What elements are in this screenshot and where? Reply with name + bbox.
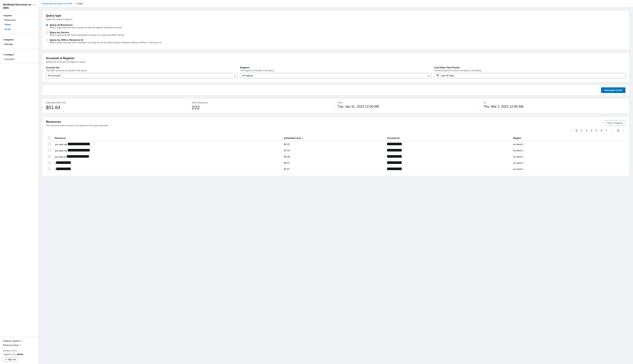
resources-table: Resource Estimated cost ▼ Account Id Reg… [46, 135, 625, 172]
stat-resources: AWS Resources 222 [188, 102, 334, 110]
sidebar-divider-2 [0, 48, 38, 49]
query-type-subtitle: Select the query to perform [46, 18, 625, 21]
table-row: arn:aws:rds: $7.54 eu-west-1 [46, 148, 625, 154]
resource-prefix-4: i- [55, 168, 56, 171]
row-cost-0: $9.22 [282, 141, 385, 148]
add-to-diagram-button[interactable]: Add to diagram [605, 120, 625, 126]
table-row: arn:aws:rds: $9.22 eu-west-1 [46, 141, 625, 148]
sidebar-footer: Feature request ↗ Raise an issue ↗ Versi… [0, 336, 38, 364]
resource-redacted-3 [56, 161, 71, 164]
row-checkbox-0[interactable] [48, 143, 51, 145]
stat-resources-label: AWS Resources [192, 102, 330, 104]
row-region-4: eu-west-1 [511, 166, 625, 172]
sign-out-button[interactable]: ↪ Sign out [3, 357, 18, 362]
row-resource-0: arn:aws:rds: [53, 141, 282, 148]
stat-estimated-cost-label: Estimated AWS cost [46, 102, 184, 104]
row-cost-2: $3.48 [282, 154, 385, 160]
page-button-4[interactable]: 4 [589, 128, 594, 133]
row-checkbox-4[interactable] [48, 168, 51, 170]
sign-out-icon: ↪ [5, 358, 7, 361]
breadcrumb: Workload Discovery on AWS > Costs [39, 0, 633, 7]
row-region-0: eu-west-1 [511, 141, 625, 148]
page-button-2[interactable]: 2 [579, 128, 584, 133]
row-resource-1: arn:aws:rds: [53, 148, 282, 154]
th-select-all[interactable] [46, 135, 53, 141]
page-button-5[interactable]: 5 [594, 128, 599, 133]
stat-to-value: Thu, Mar 2, 2023 12:00 AM [483, 105, 622, 108]
sidebar-item-resources[interactable]: Resources [0, 18, 38, 22]
diagrams-section-label: Diagrams [0, 36, 38, 42]
table-row: i- $2.57 eu-west-1 [46, 166, 625, 172]
account-ids-select-wrapper[interactable]: All accounts ▾ [46, 73, 237, 78]
stats-card: Estimated AWS cost $51.64 AWS Resources … [42, 98, 629, 114]
main-content: Workload Discovery on AWS > Costs Query … [39, 0, 633, 364]
sidebar-item-costs[interactable]: Costs [0, 27, 38, 32]
page-button-1[interactable]: 1 [574, 128, 579, 133]
row-checkbox-3[interactable] [48, 162, 51, 164]
sidebar-item-accounts[interactable]: Accounts [0, 57, 38, 62]
page-button-3[interactable]: 3 [584, 128, 588, 133]
feature-request-link[interactable]: Feature request ↗ [3, 339, 35, 343]
pagination-prev[interactable]: ‹ [570, 128, 574, 133]
close-icon[interactable]: × [34, 3, 35, 6]
breadcrumb-separator: > [74, 2, 75, 5]
cost-period-desc: The time period for which cost data is c… [434, 69, 625, 72]
accounts-regions-title: Accounts & Regions [46, 57, 625, 60]
row-cost-4: $2.57 [282, 166, 385, 172]
resource-redacted-0 [68, 143, 90, 145]
calculate-costs-button[interactable]: Calculate Costs [601, 87, 625, 93]
external-link-icon-1: ↗ [21, 340, 22, 342]
radio-query-all[interactable] [46, 24, 48, 26]
stat-resources-value: 222 [192, 105, 330, 110]
account-redacted-1 [387, 149, 402, 152]
page-button-6[interactable]: 6 [599, 128, 603, 133]
row-checkbox-1[interactable] [48, 149, 51, 152]
sidebar-item-views[interactable]: Views [0, 22, 38, 27]
resources-header: Resources The resources that incurred a … [46, 120, 625, 127]
radio-option-service: Query by Service Build a query that will… [46, 31, 625, 36]
stat-from: From Tue, Jan 31, 2023 12:00 AM [334, 102, 480, 110]
stat-estimated-cost-value: $51.64 [46, 105, 184, 110]
page-button-22[interactable]: 22 [615, 128, 621, 133]
row-checkbox-cell[interactable] [46, 166, 53, 172]
radio-query-service[interactable] [46, 32, 48, 34]
account-redacted-4 [387, 168, 402, 170]
stat-to: To Thu, Mar 2, 2023 12:00 AM [480, 102, 625, 110]
cost-period-input[interactable]: 📅 Last 30 days [434, 73, 625, 78]
th-estimated-cost[interactable]: Estimated cost ▼ [282, 135, 385, 141]
account-redacted-3 [387, 161, 402, 164]
table-row: arn:aws:es: $3.48 eu-west-1 [46, 154, 625, 160]
row-checkbox-2[interactable] [48, 155, 51, 158]
resources-card: Resources The resources that incurred a … [42, 116, 629, 176]
row-checkbox-cell[interactable] [46, 141, 53, 148]
row-account-3 [385, 160, 511, 166]
configure-section-label: Configure [0, 51, 38, 57]
row-region-1: eu-west-1 [511, 148, 625, 154]
action-row: Calculate Costs [42, 85, 629, 96]
row-resource-3: i- [53, 160, 282, 166]
pagination-next[interactable]: › [622, 128, 625, 133]
stat-from-value: Tue, Jan 31, 2023 12:00 AM [338, 105, 476, 108]
radio-all-desc: Build a query that will return resources… [50, 26, 123, 29]
regions-select[interactable]: All regions [240, 73, 431, 78]
row-checkbox-cell[interactable] [46, 154, 53, 160]
resource-redacted-1 [68, 149, 90, 152]
row-checkbox-cell[interactable] [46, 160, 53, 166]
radio-query-arn[interactable] [46, 39, 48, 41]
select-all-checkbox[interactable] [48, 136, 51, 139]
breadcrumb-parent[interactable]: Workload Discovery on AWS [42, 2, 72, 5]
sidebar-divider-3 [0, 64, 38, 64]
regions-select-wrapper[interactable]: All regions ▾ [240, 73, 431, 78]
radio-arn-label: Query by ARN or Resource Id [50, 38, 161, 41]
account-ids-select[interactable]: All accounts [46, 73, 237, 78]
resource-prefix-3: i- [55, 162, 56, 164]
th-resource: Resource [53, 135, 282, 141]
resource-redacted-2 [67, 155, 89, 158]
resource-redacted-4 [56, 168, 71, 170]
row-checkbox-cell[interactable] [46, 148, 53, 154]
row-account-2 [385, 154, 511, 160]
sidebar-item-manage[interactable]: Manage [0, 42, 38, 46]
page-button-7[interactable]: 7 [604, 128, 608, 133]
raise-issue-link[interactable]: Raise an issue ↗ [3, 343, 35, 347]
form-row: Account Ids The AWS accounts to include … [46, 66, 625, 78]
